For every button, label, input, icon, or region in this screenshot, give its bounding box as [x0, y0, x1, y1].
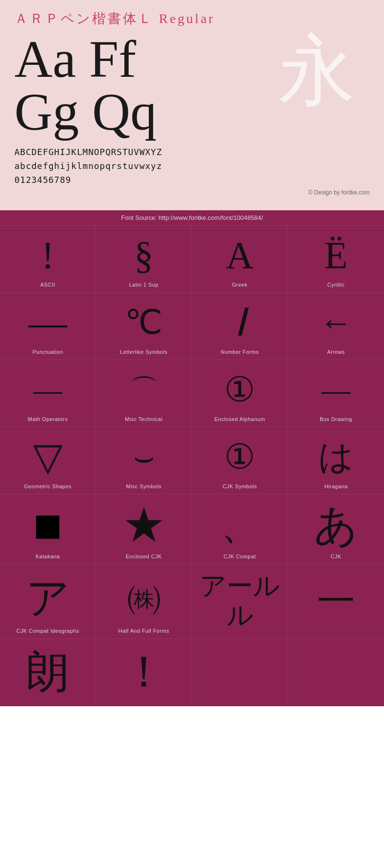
char-label-katakana: Katakana: [36, 554, 60, 559]
char-symbol-cjksymbols: ①: [224, 434, 255, 480]
char-label-ascii: ASCII: [40, 282, 55, 288]
char-cell-aaru: アールル: [192, 565, 288, 639]
char-symbol-miscsymbols: ⌣: [133, 434, 155, 480]
char-symbol-arrows: ←: [319, 300, 353, 345]
char-symbol-ichi: 一: [317, 572, 355, 630]
char-grid-row6: ア CJK Compat Ideographs ㈱ Half And Full …: [0, 565, 384, 639]
uppercase-line: ABCDEFGHIJKLMNOPQRSTUVWXYZ: [14, 145, 370, 159]
char-cell-cyrillic: Ё Cyrillic: [288, 226, 384, 293]
char-cell-bang: ！: [96, 639, 192, 706]
char-label-cjkcompat: CJK Compat: [224, 554, 256, 559]
char-symbol-misctech: ⌒: [130, 367, 158, 412]
char-symbol-geoshapes: ▽: [33, 434, 63, 480]
lowercase-line: abcdefghijklmnopqrstuvwxyz: [14, 159, 370, 173]
char-symbol-enclosednum: ①: [224, 367, 255, 412]
char-label-halffulls: Half And Full Forms: [118, 628, 169, 634]
char-cell-geoshapes: ▽ Geometric Shapes: [0, 427, 96, 494]
char-cell-ichi: 一: [288, 565, 384, 639]
char-symbol-katakana: ■: [33, 502, 62, 550]
char-label-cjkideographs: CJK Compat Ideographs: [16, 628, 79, 634]
char-grid-row5: ■ Katakana ★ Enclosed CJK 、 CJK Compat あ…: [0, 494, 384, 565]
char-cell-rou: 朗: [0, 639, 96, 706]
font-title: ＡＲＰペン楷書体Ｌ Regular: [14, 10, 370, 28]
char-cell-cjkideographs: ア CJK Compat Ideographs: [0, 565, 96, 639]
char-grid-row4: ▽ Geometric Shapes ⌣ Misc Symbols ① CJK …: [0, 427, 384, 494]
char-symbol-punctuation: —: [29, 300, 67, 345]
char-label-hiragana: Hiragana: [324, 483, 348, 489]
char-label-mathop: Math Operators: [28, 416, 68, 422]
char-cell-cjk: あ CJK: [288, 494, 384, 565]
char-cell-misctech: ⌒ Misc Technical: [96, 360, 192, 427]
char-cell-cjksymbols: ① CJK Symbols: [192, 427, 288, 494]
char-symbol-cjk: あ: [314, 502, 358, 550]
char-cell-enclosedcjk: ★ Enclosed CJK: [96, 494, 192, 565]
chars-section: Font Source: http://www.fontke.com/font/…: [0, 210, 384, 706]
char-symbol-hiragana: は: [318, 434, 354, 480]
copyright: © Design by fontke.com: [14, 189, 370, 196]
char-label-arrows: Arrows: [327, 349, 345, 355]
char-cell-ascii: ! ASCII: [0, 226, 96, 293]
char-symbol-cjkcompat: 、: [221, 502, 259, 550]
alphabet-lines: ABCDEFGHIJKLMNOPQRSTUVWXYZ abcdefghijklm…: [14, 145, 370, 187]
char-cell-letterlike: ℃ Letterlike Symbols: [96, 293, 192, 360]
char-cell-hiragana: は Hiragana: [288, 427, 384, 494]
char-cell-mathop: ― Math Operators: [0, 360, 96, 427]
char-label-geoshapes: Geometric Shapes: [24, 483, 72, 489]
font-source: Font Source: http://www.fontke.com/font/…: [0, 210, 384, 226]
char-cell-katakana: ■ Katakana: [0, 494, 96, 565]
char-symbol-letterlike: ℃: [125, 300, 163, 345]
char-symbol-rou: 朗: [26, 646, 70, 698]
char-cell-latin1: § Latin 1 Sup: [96, 226, 192, 293]
char-label-numberforms: Number Forms: [221, 349, 259, 355]
char-label-cjk: CJK: [331, 554, 341, 559]
char-grid-row7: 朗 ！: [0, 639, 384, 706]
char-symbol-numberforms: Ⅰ: [234, 300, 246, 345]
large-letters-container: Aa Ff Gg Qq 永: [14, 33, 370, 138]
char-cell-numberforms: Ⅰ Number Forms: [192, 293, 288, 360]
char-symbol-aaru: アールル: [200, 572, 280, 630]
char-cell-arrows: ← Arrows: [288, 293, 384, 360]
char-label-cyrillic: Cyrillic: [327, 282, 345, 288]
char-symbol-bang: ！: [122, 646, 166, 698]
char-label-greek: Greek: [232, 282, 247, 288]
char-label-misctech: Misc Technical: [125, 416, 162, 422]
char-symbol-mathop: ―: [34, 367, 62, 412]
char-symbol-ascii: !: [41, 233, 54, 278]
char-symbol-cyrillic: Ё: [324, 233, 348, 278]
char-label-latin1: Latin 1 Sup: [129, 282, 158, 288]
char-label-enclosedcjk: Enclosed CJK: [126, 554, 162, 559]
char-cell-enclosednum: ① Enclosed Alphanum: [192, 360, 288, 427]
char-cell-empty2: [288, 639, 384, 706]
char-grid-row3: ― Math Operators ⌒ Misc Technical ① Encl…: [0, 360, 384, 427]
char-symbol-halffulls: ㈱: [127, 572, 161, 624]
char-cell-boxdrawing: — Box Drawing: [288, 360, 384, 427]
char-label-letterlike: Letterlike Symbols: [120, 349, 168, 355]
char-label-miscsymbols: Misc Symbols: [126, 483, 162, 489]
char-label-punctuation: Punctuation: [33, 349, 63, 355]
kanji-preview: 永: [278, 33, 355, 109]
char-cell-empty1: [192, 639, 288, 706]
char-grid-row2: — Punctuation ℃ Letterlike Symbols Ⅰ Num…: [0, 293, 384, 360]
char-label-enclosednum: Enclosed Alphanum: [215, 416, 265, 422]
preview-section: ＡＲＰペン楷書体Ｌ Regular Aa Ff Gg Qq 永 ABCDEFGH…: [0, 0, 384, 210]
char-symbol-greek: Α: [226, 233, 254, 278]
char-symbol-enclosedcjk: ★: [122, 502, 166, 550]
char-cell-cjkcompat: 、 CJK Compat: [192, 494, 288, 565]
char-symbol-latin1: §: [134, 233, 154, 278]
char-cell-greek: Α Greek: [192, 226, 288, 293]
char-label-boxdrawing: Box Drawing: [320, 416, 352, 422]
char-symbol-boxdrawing: —: [322, 367, 350, 412]
char-cell-halffulls: ㈱ Half And Full Forms: [96, 565, 192, 639]
char-grid-row1: ! ASCII § Latin 1 Sup Α Greek Ё Cyrillic: [0, 226, 384, 293]
char-cell-punctuation: — Punctuation: [0, 293, 96, 360]
digits-line: 0123456789: [14, 173, 370, 187]
char-label-cjksymbols: CJK Symbols: [223, 483, 257, 489]
char-symbol-cjkideographs: ア: [26, 572, 70, 624]
char-cell-miscsymbols: ⌣ Misc Symbols: [96, 427, 192, 494]
